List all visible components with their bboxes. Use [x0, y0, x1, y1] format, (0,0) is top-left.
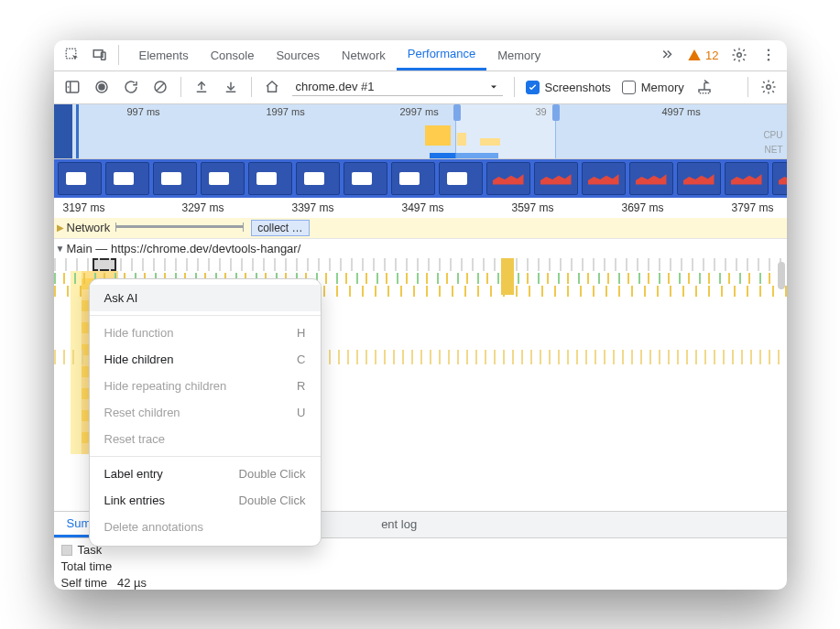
tab-memory[interactable]: Memory: [486, 40, 551, 70]
filmstrip-frame[interactable]: [201, 162, 245, 195]
record-icon[interactable]: [93, 78, 111, 96]
context-menu: Ask AI Hide functionH Hide childrenC Hid…: [89, 278, 322, 547]
upload-icon[interactable]: [192, 78, 211, 96]
self-time-value: 42 µs: [117, 576, 147, 590]
overview-handle-left[interactable]: [453, 104, 461, 121]
tab-sources[interactable]: Sources: [265, 40, 331, 70]
menu-hide-repeating[interactable]: Hide repeating childrenR: [90, 373, 321, 399]
disclosure-triangle-icon[interactable]: ▶: [54, 222, 67, 233]
filmstrip-frame[interactable]: [439, 162, 483, 195]
filmstrip-frame[interactable]: [58, 162, 102, 195]
menu-ask-ai[interactable]: Ask AI: [90, 285, 321, 311]
home-icon[interactable]: [263, 78, 281, 96]
menu-hide-function[interactable]: Hide functionH: [90, 320, 321, 346]
time-ruler: 3197 ms 3297 ms 3397 ms 3497 ms 3597 ms …: [54, 198, 787, 218]
ruler-tick: 3797 ms: [732, 201, 774, 214]
ruler-tick: 3397 ms: [292, 201, 334, 214]
timeline-overview[interactable]: 997 ms 1997 ms 2997 ms 39 4997 ms CPU NE…: [54, 104, 787, 159]
overview-net-label: NET: [765, 145, 783, 155]
checkbox-empty-icon: [622, 81, 636, 94]
filmstrip-frame[interactable]: [534, 162, 578, 195]
details-tab-eventlog[interactable]: ent log: [368, 512, 430, 537]
filmstrip-frame[interactable]: [629, 162, 673, 195]
recording-selector[interactable]: chrome.dev #1: [292, 78, 503, 96]
perf-toolbar: chrome.dev #1 Screenshots Memory: [54, 71, 787, 104]
menu-reset-children[interactable]: Reset childrenU: [90, 399, 321, 426]
main-track-label: Main — https://chrome.dev/devtools-hanga…: [67, 242, 301, 255]
network-event-collect[interactable]: collect …: [251, 220, 309, 236]
issues-badge[interactable]: 12: [687, 48, 718, 62]
menu-hide-children[interactable]: Hide childrenC: [90, 346, 321, 373]
overview-tick: 2997 ms: [400, 106, 439, 117]
menu-delete-annotations[interactable]: Delete annotations: [90, 514, 321, 540]
filmstrip-frame[interactable]: [296, 162, 340, 195]
reload-record-icon[interactable]: [122, 78, 140, 96]
ruler-tick: 3497 ms: [402, 201, 444, 214]
self-time-label: Self time: [61, 576, 108, 590]
menu-label-entry[interactable]: Label entryDouble Click: [90, 461, 321, 487]
svg-point-6: [767, 59, 769, 60]
issues-count: 12: [705, 49, 718, 62]
tab-elements[interactable]: Elements: [128, 40, 200, 70]
tab-console[interactable]: Console: [200, 40, 266, 70]
svg-point-11: [766, 85, 770, 90]
svg-point-9: [99, 84, 104, 90]
more-tabs-icon[interactable]: [658, 46, 676, 64]
task-color-swatch: [61, 545, 72, 556]
overview-handle-right[interactable]: [552, 104, 560, 121]
filmstrip-frame[interactable]: [391, 162, 435, 195]
ruler-tick: 3697 ms: [622, 201, 664, 214]
svg-point-5: [767, 54, 769, 56]
tab-network[interactable]: Network: [331, 40, 397, 70]
filmstrip-frame[interactable]: [248, 162, 292, 195]
filmstrip-frame[interactable]: [725, 162, 769, 195]
overview-cpu-label: CPU: [763, 130, 782, 140]
screenshot-filmstrip[interactable]: [54, 159, 787, 198]
disclosure-triangle-icon[interactable]: ▼: [54, 244, 67, 254]
gc-broom-icon[interactable]: [695, 78, 714, 96]
settings-gear-icon[interactable]: [730, 46, 748, 64]
svg-point-3: [736, 53, 741, 58]
inspect-icon[interactable]: [63, 46, 82, 64]
overview-tick: 997 ms: [127, 106, 160, 117]
filmstrip-frame[interactable]: [153, 162, 197, 195]
kebab-menu-icon[interactable]: [759, 46, 778, 64]
ruler-tick: 3597 ms: [512, 201, 554, 214]
filmstrip-frame[interactable]: [105, 162, 149, 195]
total-time-label: Total time: [61, 559, 113, 573]
filmstrip-frame[interactable]: [582, 162, 626, 195]
filmstrip-frame[interactable]: [677, 162, 721, 195]
capture-settings-gear-icon[interactable]: [759, 78, 778, 96]
recording-name: chrome.dev #1: [296, 80, 375, 93]
ruler-tick: 3197 ms: [63, 201, 105, 214]
menu-link-entries[interactable]: Link entriesDouble Click: [90, 487, 321, 514]
filmstrip-frame[interactable]: [344, 162, 387, 195]
chevron-down-icon: [488, 81, 499, 92]
ruler-tick: 3297 ms: [182, 201, 224, 214]
filmstrip-frame[interactable]: [772, 162, 787, 195]
filmstrip-frame[interactable]: [486, 162, 530, 195]
clear-icon[interactable]: [151, 78, 169, 96]
download-icon[interactable]: [222, 78, 240, 96]
overview-tick: 1997 ms: [267, 106, 305, 117]
checkbox-checked-icon: [526, 81, 540, 94]
svg-point-4: [767, 49, 769, 51]
scrollbar-thumb[interactable]: [778, 262, 785, 289]
toggle-sidebar-icon[interactable]: [63, 78, 82, 96]
devtools-tabbar: Elements Console Sources Network Perform…: [54, 40, 787, 71]
memory-toggle[interactable]: Memory: [622, 81, 684, 94]
menu-reset-trace[interactable]: Reset trace: [90, 426, 321, 452]
network-track-label: Network: [67, 221, 111, 234]
device-toolbar-icon[interactable]: [91, 46, 109, 64]
screenshots-toggle[interactable]: Screenshots: [526, 81, 611, 94]
tab-performance[interactable]: Performance: [397, 40, 486, 70]
network-span-icon: [115, 225, 244, 231]
overview-tick: 4997 ms: [662, 106, 701, 117]
